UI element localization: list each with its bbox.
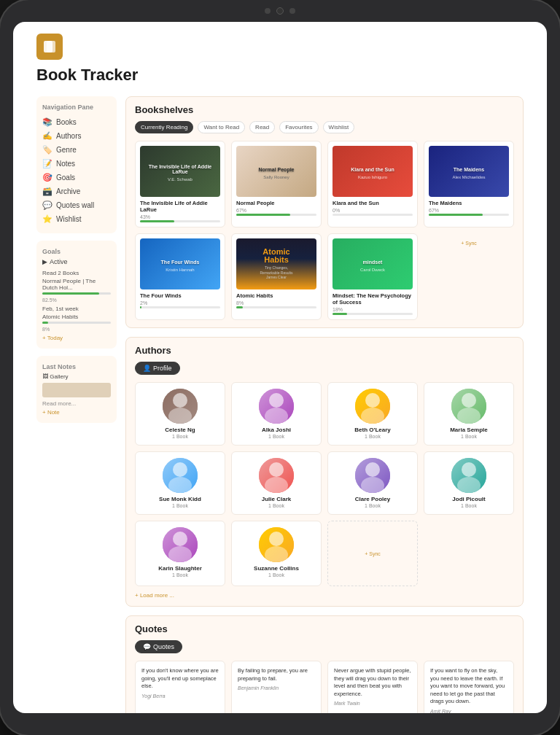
- goals-progress-fill2: [42, 322, 48, 324]
- goals-progress-bg1: [42, 292, 111, 295]
- svg-point-21: [265, 546, 288, 562]
- author-name-alka: Alka Joshi: [236, 427, 316, 433]
- main-layout: Navigation Pane 📚 Books ✍️ Authors 🏷️ Ge…: [36, 96, 524, 713]
- book-card-maidens[interactable]: The Maidens Alex Michaelides The Maidens…: [424, 141, 514, 228]
- author-count-karin: 1 Book: [140, 572, 220, 578]
- book-title-atomic: Atomic Habits: [236, 292, 316, 299]
- genre-icon: 🏷️: [42, 145, 52, 155]
- svg-point-7: [361, 408, 384, 424]
- notes-read-more[interactable]: Read more...: [42, 400, 111, 407]
- book-progress-maidens: [429, 214, 509, 216]
- book-progress-mindset: [332, 313, 413, 315]
- author-card-beth[interactable]: Beth O'Leary 1 Book: [327, 382, 418, 446]
- goals-progress-label2: 8%: [42, 327, 111, 332]
- author-name-maria: Maria Semple: [429, 427, 509, 433]
- book-card-klara[interactable]: Klara and the Sun Kazuo Ishiguro Klara a…: [327, 141, 418, 228]
- goals-progress-bg2: [42, 322, 111, 324]
- tab-favourites[interactable]: Favourites: [279, 121, 318, 133]
- book-card-fourwinds[interactable]: The Four Winds Kristin Hannah The Four W…: [135, 233, 225, 320]
- book-pct-maidens: 67%: [429, 208, 509, 213]
- author-card-maria[interactable]: Maria Semple 1 Book: [424, 382, 514, 446]
- book-pct-mindset: 18%: [332, 307, 413, 312]
- tab-want-to-read[interactable]: Want to Read: [198, 121, 245, 133]
- goals-goal1-name: Read 2 Books: [42, 270, 111, 276]
- book-pct-normal: 67%: [236, 208, 316, 213]
- wishlist-icon: ⭐: [42, 214, 52, 224]
- authors-load-more[interactable]: + Load more ...: [135, 592, 514, 599]
- svg-point-8: [462, 393, 476, 408]
- author-name-julie: Julie Clark: [236, 496, 316, 502]
- app-content: Book Tracker Navigation Pane 📚 Books ✍️ …: [25, 22, 535, 713]
- svg-point-20: [269, 532, 284, 546]
- book-cover-fourwinds: The Four Winds Kristin Hannah: [140, 238, 220, 289]
- svg-point-15: [361, 477, 384, 493]
- svg-point-2: [173, 393, 187, 408]
- svg-point-5: [265, 408, 288, 424]
- quote-card-0: If you don't know where you are going, y…: [135, 661, 225, 713]
- author-card-sue[interactable]: Sue Monk Kidd 1 Book: [135, 451, 225, 515]
- sidebar-item-authors[interactable]: ✍️ Authors: [42, 129, 111, 143]
- tab-currently-reading[interactable]: Currently Reading: [135, 121, 193, 133]
- book-progress-atomic: [236, 306, 316, 308]
- notes-gallery-btn[interactable]: 🖼 Gallery: [42, 373, 111, 380]
- quotes-section: Quotes 💬 Quotes If you don't know where …: [125, 615, 524, 713]
- goals-add-button[interactable]: + Today: [42, 335, 111, 341]
- author-card-celeste[interactable]: Celeste Ng 1 Book: [135, 382, 225, 446]
- author-avatar-sue: [163, 458, 198, 493]
- book-title-klara: Klara and the Sun: [332, 200, 413, 206]
- sidebar-item-quotes-wall[interactable]: 💬 Quotes wall: [42, 198, 111, 212]
- book-cover-maidens: The Maidens Alex Michaelides: [429, 146, 509, 197]
- author-count-clare: 1 Book: [332, 503, 413, 508]
- svg-point-3: [168, 408, 192, 424]
- tab-quotes[interactable]: 💬 Quotes: [135, 640, 182, 653]
- book-progress-normal: [236, 214, 316, 216]
- author-card-clare[interactable]: Clare Pooley 1 Book: [327, 451, 418, 515]
- author-card-julie[interactable]: Julie Clark 1 Book: [231, 451, 322, 515]
- notes-img-placeholder: [42, 383, 111, 397]
- author-card-karin[interactable]: Karin Slaughter 1 Book: [135, 521, 225, 586]
- sidebar-item-wishlist[interactable]: ⭐ Wishlist: [42, 212, 111, 226]
- author-count-sue: 1 Book: [140, 503, 220, 508]
- author-name-karin: Karin Slaughter: [140, 565, 220, 572]
- book-title-normal: Normal People: [236, 200, 316, 206]
- svg-point-4: [269, 393, 284, 408]
- book-card-mindset[interactable]: mindset Carol Dweck Mindset: The New Psy…: [327, 233, 418, 320]
- notes-add-button[interactable]: + Note: [42, 409, 111, 416]
- book-card-addie[interactable]: The Invisible Life of Addie LaRue V.E. S…: [135, 141, 225, 228]
- quote-text-0: If you don't know where you are going, y…: [141, 667, 219, 691]
- author-avatar-karin: [163, 527, 198, 562]
- book-pct-fourwinds: 2%: [140, 300, 220, 306]
- author-card-alka[interactable]: Alka Joshi 1 Book: [231, 382, 322, 446]
- bookshelves-section: Bookshelves Currently Reading Want to Re…: [125, 96, 524, 328]
- app-logo: [36, 34, 63, 60]
- author-avatar-celeste: [163, 389, 198, 424]
- add-book-btn[interactable]: + Sync: [424, 233, 514, 320]
- svg-point-14: [365, 462, 380, 477]
- tablet-screen: Book Tracker Navigation Pane 📚 Books ✍️ …: [13, 22, 547, 713]
- svg-point-18: [173, 532, 187, 546]
- book-card-atomic[interactable]: Atomic Habits Tiny Changes,Remarkable Re…: [231, 233, 322, 320]
- goals-progress-label1: 82.5%: [42, 298, 111, 303]
- tab-read[interactable]: Read: [249, 121, 275, 133]
- svg-point-9: [457, 408, 481, 424]
- sidebar-item-notes[interactable]: 📝 Notes: [42, 157, 111, 171]
- author-card-jodi[interactable]: Jodi Picoult 1 Book: [424, 451, 514, 515]
- author-card-suzanne[interactable]: Suzanne Collins 1 Book: [231, 521, 322, 586]
- book-card-normal[interactable]: Normal People Sally Rooney Normal People…: [231, 141, 322, 228]
- sidebar-item-books[interactable]: 📚 Books: [42, 115, 111, 129]
- sidebar-item-goals[interactable]: 🎯 Goals: [42, 171, 111, 184]
- author-name-sue: Sue Monk Kidd: [140, 496, 220, 502]
- sidebar-item-genre[interactable]: 🏷️ Genre: [42, 143, 111, 157]
- quote-text-3: If you want to fly on the sky, you need …: [430, 667, 508, 706]
- svg-point-6: [365, 393, 380, 408]
- tab-profile[interactable]: 👤 Profile: [135, 362, 180, 375]
- author-add-card[interactable]: + Sync: [327, 521, 418, 586]
- author-name-suzanne: Suzanne Collins: [236, 565, 316, 572]
- author-avatar-clare: [355, 458, 390, 493]
- tab-wishlist[interactable]: Wishlist: [323, 121, 355, 133]
- book-pct-addie: 43%: [140, 214, 220, 219]
- goals-goal2-name: Atomic Habits: [42, 314, 111, 320]
- author-count-suzanne: 1 Book: [236, 572, 316, 578]
- books-grid: The Invisible Life of Addie LaRue V.E. S…: [135, 141, 514, 320]
- sidebar-item-archive[interactable]: 🗃️ Archive: [42, 184, 111, 198]
